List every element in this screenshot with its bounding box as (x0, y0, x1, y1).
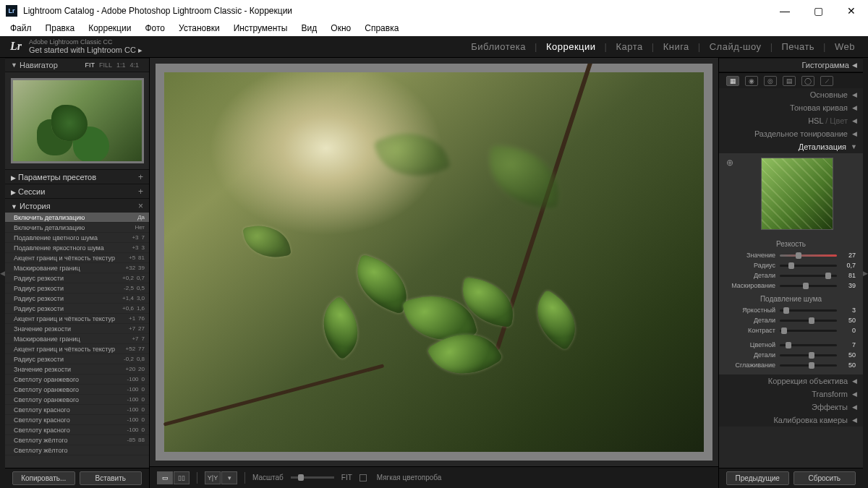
menu-photo[interactable]: Фото (139, 22, 171, 35)
snapshots-panel-header[interactable]: ▶ Сессии+ (5, 184, 149, 198)
zoom-fit[interactable]: FIT (85, 61, 95, 69)
module-slideshow[interactable]: Слайд-шоу (707, 41, 765, 52)
gradient-tool[interactable]: ▤ (783, 76, 796, 86)
minimize-button[interactable]: ― (768, 0, 801, 22)
slider-value: 0,7 (841, 262, 856, 269)
slider-value: 50 (841, 317, 856, 324)
slider-track[interactable] (780, 364, 837, 367)
identity-line2[interactable]: Get started with Lightroom CC ▸ (29, 46, 142, 54)
detail-target-icon[interactable]: ⊕ (726, 158, 733, 168)
history-item[interactable]: Значение резкости+727 (5, 324, 149, 334)
reset-button[interactable]: Сбросить (793, 471, 856, 485)
slider-track[interactable] (780, 275, 837, 277)
crop-tool[interactable]: ▦ (726, 76, 739, 86)
hsl-panel-header[interactable]: HSL / Цвет◀ (719, 114, 863, 127)
calibration-panel-header[interactable]: Калибровка камеры◀ (719, 414, 863, 427)
history-item[interactable]: Радиус резкости+1,43,0 (5, 294, 149, 304)
module-develop[interactable]: Коррекции (543, 41, 599, 52)
paste-settings-button[interactable]: Вставить (80, 471, 142, 485)
center-area: ▭ ▯▯ Y|Y ▾ Масштаб FIT Мягкая цветопроба (150, 58, 718, 488)
effects-panel-header[interactable]: Эффекты◀ (719, 401, 863, 414)
transform-panel-header[interactable]: Transform◀ (719, 388, 863, 401)
slider-track[interactable] (780, 309, 837, 312)
slider-track[interactable] (780, 320, 837, 322)
slider-track[interactable] (780, 254, 837, 257)
history-item[interactable]: Радиус резкости+0,61,6 (5, 304, 149, 314)
brush-tool[interactable]: ⟋ (820, 76, 833, 86)
history-item[interactable]: Радиус резкости+0,20,7 (5, 273, 149, 283)
module-book[interactable]: Книга (660, 41, 692, 52)
menu-help[interactable]: Справка (359, 22, 404, 35)
history-item[interactable]: Радиус резкости-0,20,8 (5, 354, 149, 364)
history-item[interactable]: Включить детализациюНет (5, 223, 149, 233)
image-canvas[interactable] (156, 64, 712, 461)
module-print[interactable]: Печать (779, 41, 818, 52)
slider-track[interactable] (780, 354, 837, 356)
slider-track[interactable] (780, 265, 837, 267)
menu-settings[interactable]: Установки (173, 22, 225, 35)
zoom-fit-label: FIT (341, 474, 352, 481)
maximize-button[interactable]: ▢ (801, 0, 835, 22)
slider-row: Маскирование39 (726, 281, 856, 291)
history-item[interactable]: Подавление яркостного шума+33 (5, 243, 149, 253)
before-after-button[interactable]: Y|Y (205, 471, 221, 484)
loupe-view-button[interactable]: ▭ (157, 471, 173, 484)
history-item[interactable]: Светлоту красного-1000 (5, 405, 149, 415)
history-item[interactable]: Подавление цветного шума+37 (5, 233, 149, 243)
menu-develop[interactable]: Коррекции (82, 22, 137, 35)
history-item[interactable]: Акцент границ и чёткость текстур+176 (5, 314, 149, 324)
splittoning-panel-header[interactable]: Раздельное тонирование◀ (719, 127, 863, 140)
menu-tools[interactable]: Инструменты (228, 22, 294, 35)
menu-file[interactable]: Файл (4, 22, 38, 35)
history-item[interactable]: Светлоту оранжевого-1000 (5, 395, 149, 405)
right-edge-handle[interactable]: ▶ (863, 58, 868, 488)
before-after-menu[interactable]: ▾ (221, 471, 237, 484)
slider-track[interactable] (780, 344, 837, 346)
tonecurve-panel-header[interactable]: Тоновая кривая◀ (719, 101, 863, 114)
histogram-header[interactable]: Гистограмма◀ (719, 58, 863, 72)
history-item[interactable]: Акцент границ и чёткость текстур+581 (5, 253, 149, 263)
close-button[interactable]: ✕ (835, 0, 868, 22)
zoom-fill[interactable]: FILL (99, 61, 112, 69)
presets-panel-header[interactable]: ▶ Параметры пресетов+ (5, 169, 149, 184)
module-library[interactable]: Библиотека (468, 41, 529, 52)
history-item[interactable]: Радиус резкости-2,50,5 (5, 283, 149, 294)
history-panel-header[interactable]: ▼ История× (5, 198, 149, 213)
history-item[interactable]: Акцент границ и чёткость текстур+5277 (5, 344, 149, 354)
compare-view-button[interactable]: ▯▯ (174, 471, 190, 484)
history-item[interactable]: Светлоту оранжевого-1000 (5, 385, 149, 395)
left-edge-handle[interactable]: ◀ (0, 58, 5, 488)
slider-label: Яркостный (726, 307, 775, 314)
module-map[interactable]: Карта (613, 41, 645, 52)
basic-panel-header[interactable]: Основные◀ (719, 88, 863, 101)
softproof-checkbox[interactable] (359, 474, 367, 481)
history-item[interactable]: Значение резкости+2020 (5, 364, 149, 374)
history-item[interactable]: Включить детализациюДа (5, 213, 149, 223)
radial-tool[interactable]: ◯ (801, 76, 814, 86)
copy-settings-button[interactable]: Копировать... (12, 471, 75, 485)
slider-track[interactable] (780, 285, 837, 287)
redeye-tool[interactable]: ◎ (764, 76, 777, 86)
navigator-header[interactable]: ▼ Навигатор FIT FILL 1:1 4:1 (5, 58, 149, 72)
history-item[interactable]: Светлоту оранжевого-1000 (5, 374, 149, 385)
zoom-1-1[interactable]: 1:1 (116, 61, 126, 69)
history-item[interactable]: Светлоту жёлтого (5, 445, 149, 455)
spot-tool[interactable]: ◉ (745, 76, 758, 86)
history-item[interactable]: Светлоту жёлтого-8588 (5, 435, 149, 445)
history-item[interactable]: Маскирование границ+77 (5, 334, 149, 344)
module-web[interactable]: Web (832, 41, 858, 52)
menu-edit[interactable]: Правка (40, 22, 81, 35)
history-item[interactable]: Светлоту красного-1000 (5, 415, 149, 425)
menu-view[interactable]: Вид (296, 22, 323, 35)
detail-preview[interactable] (761, 158, 833, 230)
zoom-slider[interactable] (298, 474, 304, 481)
lens-panel-header[interactable]: Коррекция объектива◀ (719, 374, 863, 388)
zoom-custom[interactable]: 4:1 (129, 61, 139, 69)
history-item[interactable]: Маскирование границ+3239 (5, 263, 149, 273)
slider-track[interactable] (780, 330, 837, 332)
menu-window[interactable]: Окно (325, 22, 357, 35)
navigator-thumbnail[interactable] (5, 72, 149, 169)
history-item[interactable]: Светлоту красного-1000 (5, 425, 149, 435)
previous-button[interactable]: Предыдущие (726, 471, 789, 485)
detail-panel-header[interactable]: Детализация▼ (719, 140, 863, 153)
